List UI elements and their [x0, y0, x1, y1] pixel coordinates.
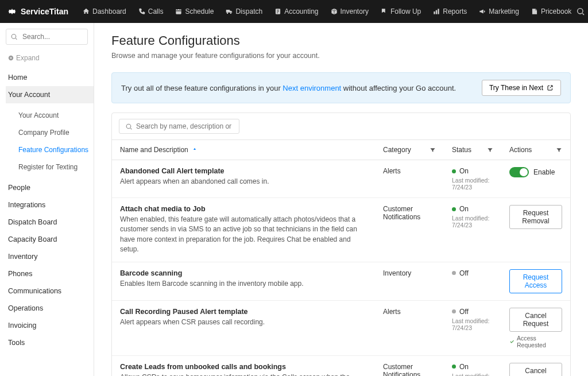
sort-asc-icon [192, 147, 198, 153]
feature-name: Barcode scanning [120, 269, 367, 277]
table-row: Barcode scanningEnables Item Barcode sca… [112, 262, 570, 300]
top-nav: ServiceTitan DashboardCallsScheduleDispa… [0, 0, 588, 23]
status: On [452, 205, 493, 213]
reports-icon [432, 7, 440, 15]
nav-item-marketing[interactable]: Marketing [474, 5, 524, 18]
th-name[interactable]: Name and Description [112, 140, 375, 160]
nav-item-reports[interactable]: Reports [428, 5, 471, 18]
nav-item-accounting[interactable]: Accounting [269, 5, 323, 18]
svg-rect-6 [438, 9, 439, 14]
try-in-next-button[interactable]: Try These in Next [482, 80, 561, 96]
feature-category: Customer Notifications [375, 198, 444, 262]
sidebar-item-integrations[interactable]: Integrations [6, 196, 94, 214]
sidebar-sub-company-profile[interactable]: Company Profile [16, 124, 94, 141]
page-subtitle: Browse and manage your feature configura… [111, 52, 571, 60]
th-category[interactable]: Category [375, 140, 444, 160]
cancel_request-button[interactable]: Cancel Request [509, 363, 562, 376]
main-content: Feature Configurations Browse and manage… [94, 23, 588, 376]
accounting-icon [274, 7, 282, 15]
calls-icon [138, 7, 146, 15]
table-search-bar [112, 113, 570, 139]
filter-icon [430, 147, 436, 153]
nav-item-dispatch[interactable]: Dispatch [220, 5, 267, 18]
status: On [452, 363, 493, 371]
sidebar-item-home[interactable]: Home [6, 69, 94, 86]
nav-item-pricebook[interactable]: Pricebook [526, 5, 576, 18]
action-substatus: Access Requested [509, 335, 562, 348]
table-row: Call Recording Paused Alert templateAler… [112, 300, 570, 355]
cancel_request-button[interactable]: Cancel Request [509, 308, 562, 332]
feature-table-wrap: Name and Description Category Status Act… [111, 113, 571, 376]
sidebar-sub-your-account[interactable]: Your Account [16, 107, 94, 124]
nav-items: DashboardCallsScheduleDispatchAccounting… [78, 5, 576, 18]
brand: ServiceTitan [7, 6, 68, 17]
follow-up-icon [380, 7, 388, 15]
sidebar-search-input[interactable] [6, 29, 88, 45]
sidebar-sub-feature-configurations[interactable]: Feature Configurations [16, 141, 94, 158]
filter-icon [556, 147, 562, 153]
sidebar-item-invoicing[interactable]: Invoicing [6, 317, 94, 334]
svg-point-11 [11, 34, 16, 39]
status: Off [452, 269, 493, 277]
sidebar: Expand Home Your Account Your Account Co… [0, 23, 94, 376]
nav-right [576, 4, 588, 19]
feature-description: Alert appears when CSR pauses call recor… [120, 317, 367, 327]
check-icon [509, 339, 514, 344]
table-row: Attach chat media to JobWhen enabled, th… [112, 198, 570, 262]
sidebar-item-people[interactable]: People [6, 179, 94, 196]
next-environment-link[interactable]: Next environment [283, 84, 341, 92]
table-row: Abandoned Call Alert templateAlert appea… [112, 160, 570, 198]
feature-description: Enables Item Barcode scanning in the inv… [120, 279, 367, 289]
request_removal-button[interactable]: Request Removal [509, 205, 562, 229]
sidebar-item-your-account[interactable]: Your Account [6, 86, 94, 103]
nav-item-schedule[interactable]: Schedule [170, 5, 218, 18]
sidebar-item-phones[interactable]: Phones [6, 265, 94, 282]
sidebar-item-inventory[interactable]: Inventory [6, 248, 94, 265]
last-modified: Last modified: 7/24/23 [452, 215, 493, 228]
table-search-input[interactable] [136, 122, 233, 130]
last-modified: Last modified: 7/24/23 [452, 373, 493, 376]
table-row: Create Leads from unbooked calls and boo… [112, 355, 570, 376]
dispatch-icon [225, 7, 233, 15]
feature-name: Call Recording Paused Alert template [120, 308, 367, 316]
th-status[interactable]: Status [444, 140, 501, 160]
sidebar-item-communications[interactable]: Communications [6, 282, 94, 300]
search-icon[interactable] [576, 7, 585, 16]
schedule-icon [175, 7, 183, 15]
feature-description: Allows CSRs to save homeowner informatio… [120, 373, 367, 376]
sidebar-search [6, 29, 88, 45]
feature-category: Inventory [375, 262, 444, 300]
pricebook-icon [531, 7, 539, 15]
nav-item-follow-up[interactable]: Follow Up [376, 5, 425, 18]
svg-point-13 [126, 124, 131, 129]
external-link-icon [547, 84, 554, 91]
nav-item-calls[interactable]: Calls [133, 5, 168, 18]
sidebar-item-capacity-board[interactable]: Capacity Board [6, 231, 94, 248]
callout-text: Try out all of these feature configurati… [121, 84, 456, 92]
request_access-button[interactable]: Request Access [509, 269, 562, 293]
feature-category: Alerts [375, 300, 444, 355]
sidebar-item-tools[interactable]: Tools [6, 334, 94, 351]
sidebar-item-operations[interactable]: Operations [6, 300, 94, 317]
th-actions[interactable]: Actions [501, 140, 570, 160]
brand-name: ServiceTitan [21, 7, 68, 16]
expand-toggle[interactable]: Expand [6, 52, 94, 69]
inventory-icon [330, 7, 338, 15]
status-dot-icon [452, 365, 456, 369]
feature-name: Attach chat media to Job [120, 205, 367, 213]
nav-item-dashboard[interactable]: Dashboard [78, 5, 131, 18]
filter-icon [487, 147, 493, 153]
status-dot-icon [452, 169, 456, 173]
nav-item-inventory[interactable]: Inventory [326, 5, 373, 18]
svg-point-7 [578, 9, 583, 14]
svg-rect-5 [436, 10, 437, 14]
feature-table: Name and Description Category Status Act… [112, 139, 570, 376]
svg-rect-0 [176, 9, 181, 14]
brand-logo-icon [7, 6, 17, 17]
sidebar-item-dispatch-board[interactable]: Dispatch Board [6, 214, 94, 231]
sidebar-sub-register-texting[interactable]: Register for Texting [16, 158, 94, 176]
status-dot-icon [452, 271, 456, 275]
enable-toggle[interactable] [509, 167, 529, 177]
status: Off [452, 308, 493, 316]
feature-category: Customer Notifications [375, 355, 444, 376]
